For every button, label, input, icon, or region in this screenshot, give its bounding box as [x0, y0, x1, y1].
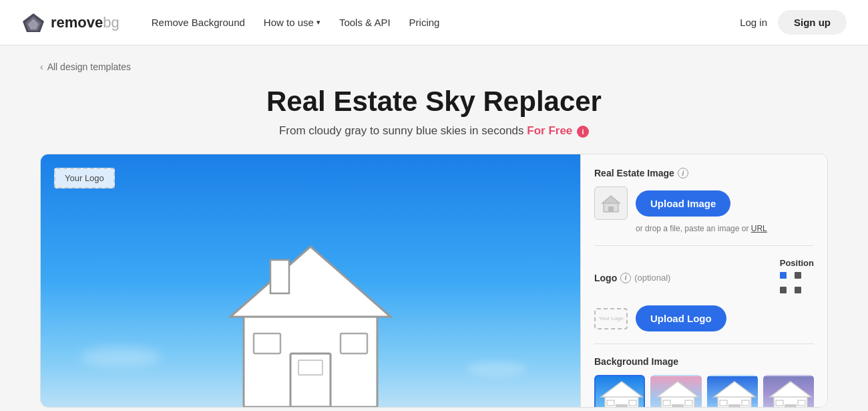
nav-tools-api[interactable]: Tools & API: [339, 17, 391, 28]
real-estate-section-label: Real Estate Image i: [594, 168, 814, 178]
login-button[interactable]: Log in: [740, 17, 767, 28]
svg-marker-14: [601, 382, 642, 397]
position-top-left[interactable]: [780, 272, 787, 279]
nav-pricing[interactable]: Pricing: [409, 17, 440, 28]
for-free-info-icon[interactable]: i: [577, 126, 589, 138]
header-actions: Log in Sign up: [740, 10, 847, 35]
logo-info-icon[interactable]: i: [620, 273, 631, 283]
page-subtitle: From cloudy gray to sunny blue skies in …: [40, 124, 828, 138]
bg-thumbnails: [594, 375, 814, 408]
svg-marker-24: [714, 382, 755, 397]
upload-image-button[interactable]: Upload Image: [636, 190, 730, 217]
nav-how-to-use[interactable]: How to use ▾: [264, 17, 320, 28]
upload-image-row: Upload Image: [594, 186, 814, 220]
logo[interactable]: removebg: [21, 11, 120, 35]
url-link[interactable]: URL: [751, 224, 767, 233]
svg-marker-4: [230, 247, 391, 317]
house-thumb-icon: [601, 193, 621, 213]
breadcrumb-chevron-icon: ‹: [40, 61, 43, 72]
breadcrumb[interactable]: ‹ All design templates: [40, 61, 828, 72]
nav-remove-background[interactable]: Remove Background: [152, 17, 245, 28]
svg-marker-19: [657, 382, 698, 397]
bg-thumb-3[interactable]: [707, 375, 758, 408]
svg-rect-5: [270, 260, 289, 293]
logo-badge: Your Logo: [54, 168, 115, 188]
real-estate-section: Real Estate Image i Upload Image or drop: [594, 168, 814, 246]
main-content: ‹ All design templates Real Estate Sky R…: [0, 45, 868, 408]
position-bottom-right[interactable]: [795, 287, 801, 293]
position-top-right[interactable]: [795, 272, 801, 279]
bg-thumb-4[interactable]: [763, 375, 814, 408]
logo-section: Logo i (optional) Position: [594, 258, 814, 344]
svg-marker-29: [770, 382, 811, 397]
breadcrumb-label: All design templates: [47, 61, 131, 72]
preview-canvas: Your Logo: [41, 154, 580, 407]
background-section: Background Image: [594, 356, 814, 408]
tool-area: Your Logo: [40, 154, 828, 408]
signup-button[interactable]: Sign up: [778, 10, 847, 35]
position-bottom-left[interactable]: [780, 287, 787, 293]
logo-thumb: Your Logo: [594, 308, 628, 329]
real-estate-thumb: [594, 186, 628, 220]
for-free-badge: For Free: [527, 124, 572, 137]
bg-section-label: Background Image: [594, 356, 814, 367]
svg-rect-20: [672, 404, 684, 408]
logo-section-label: Logo i (optional): [594, 273, 670, 283]
svg-marker-11: [602, 196, 620, 203]
sidebar-panel: Real Estate Image i Upload Image or drop: [580, 154, 827, 407]
page-title: Real Estate Sky Replacer: [40, 86, 828, 118]
position-control: Position: [780, 258, 814, 297]
bg-thumb-1[interactable]: [594, 375, 645, 408]
logo-left: Your Logo Upload Logo: [594, 305, 726, 331]
main-nav: Remove Background How to use ▾ Tools & A…: [152, 17, 718, 28]
preview-sky: Your Logo: [41, 154, 580, 407]
svg-rect-15: [616, 404, 628, 408]
position-grid: [780, 272, 814, 297]
bg-thumb-2[interactable]: [650, 375, 701, 408]
real-estate-info-icon[interactable]: i: [678, 168, 688, 178]
drop-hint: or drop a file, paste an image or URL: [636, 224, 814, 233]
preview-house-illustration: [204, 220, 417, 407]
optional-label: (optional): [634, 273, 670, 283]
logo-icon: [21, 11, 45, 35]
logo-text: removebg: [51, 14, 120, 31]
svg-rect-12: [608, 207, 614, 212]
svg-rect-25: [728, 404, 740, 408]
chevron-down-icon: ▾: [316, 18, 320, 27]
logo-upload-row: Your Logo Upload Logo: [594, 305, 814, 331]
upload-logo-button[interactable]: Upload Logo: [636, 305, 726, 331]
svg-rect-30: [785, 404, 797, 408]
header: removebg Remove Background How to use ▾ …: [0, 0, 868, 45]
